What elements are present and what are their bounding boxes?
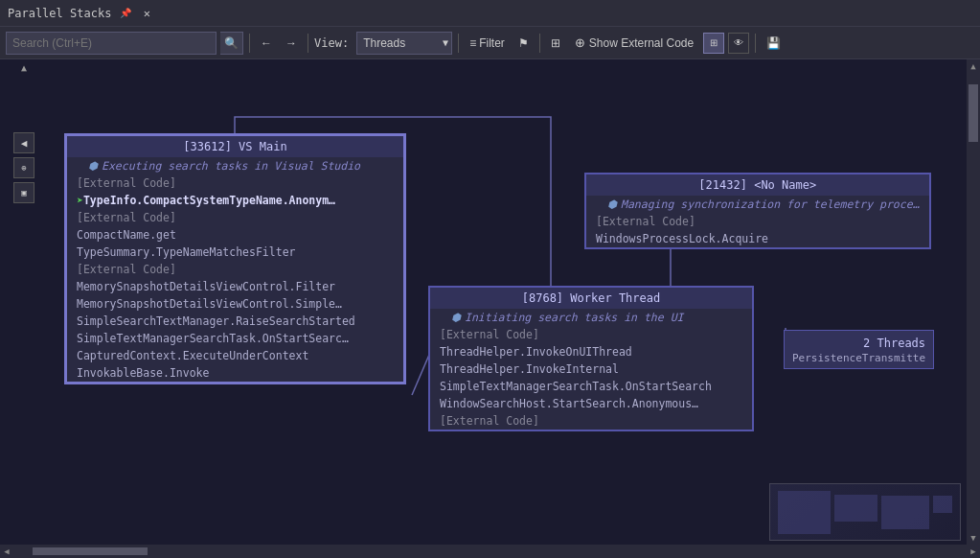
vs-main-row-8[interactable]: MemorySnapshotDetailsViewControl.Simple…: [67, 295, 403, 313]
pan-left-button[interactable]: ◀: [13, 132, 34, 153]
toolbar: 🔍 ← → View: Threads Tasks ▼ ≡ Filter ⚑ ⊞…: [0, 27, 980, 59]
two-threads-sub: PersistenceTransmitte: [792, 352, 925, 364]
scroll-up-arrow[interactable]: ▲: [21, 63, 27, 73]
separator-1: [249, 34, 250, 53]
vs-main-row-text-1: [External Code]: [77, 176, 176, 190]
title-bar-title: Parallel Stacks: [8, 7, 111, 20]
separator-4: [539, 34, 540, 53]
no-name-row-0[interactable]: ⬢ Managing synchronization for telemetry…: [586, 196, 929, 213]
view-dropdown[interactable]: Threads Tasks: [356, 32, 452, 55]
no-name-row-1[interactable]: [External Code]: [586, 213, 929, 230]
vs-main-row-text-3: [External Code]: [77, 211, 176, 224]
worker-row-text-6: [External Code]: [440, 414, 539, 428]
worker-row-2[interactable]: ThreadHelper.InvokeOnUIThread: [430, 343, 752, 360]
worker-title: [8768] Worker Thread: [522, 291, 661, 305]
right-scrollbar[interactable]: ▲ ▼: [967, 59, 980, 545]
title-bar: Parallel Stacks 📌 ✕: [0, 0, 980, 27]
no-name-row-2[interactable]: WindowsProcessLock.Acquire: [586, 230, 929, 247]
arrow-icon-0: ⬢: [88, 159, 98, 173]
worker-row-text-3: ThreadHelper.InvokeInternal: [440, 362, 619, 376]
worker-row-5[interactable]: WindowSearchHost.StartSearch.Anonymous…: [430, 395, 752, 412]
external-icon: ⊕: [575, 35, 585, 50]
no-name-row-text-2: WindowsProcessLock.Acquire: [596, 232, 768, 245]
save-button[interactable]: 💾: [762, 32, 786, 55]
view-dropdown-wrap[interactable]: Threads Tasks ▼: [356, 32, 452, 55]
worker-row-4[interactable]: SimpleTextManagerSearchTask.OnStartSearc…: [430, 378, 752, 395]
vs-main-row-9[interactable]: SimpleSearchTextManager.RaiseSearchStart…: [67, 313, 403, 330]
minimap-block-3: [881, 496, 929, 529]
worker-row-3[interactable]: ThreadHelper.InvokeInternal: [430, 360, 752, 378]
vs-main-row-10[interactable]: SimpleTextManagerSearchTask.OnStartSearc…: [67, 330, 403, 347]
frame-button[interactable]: ▣: [13, 182, 34, 203]
left-panel: ▲ ◀ ⊕ ▣: [0, 59, 48, 545]
minimap: [769, 483, 961, 541]
back-button[interactable]: ←: [256, 32, 277, 55]
zoom-button[interactable]: ⊕: [13, 157, 34, 178]
scroll-thumb[interactable]: [969, 84, 978, 142]
flag-icon: ⚑: [518, 36, 529, 50]
minimap-block-2: [834, 495, 877, 522]
vs-main-row-text-11: CapturedContext.ExecuteUnderContext: [77, 349, 308, 362]
no-name-header: [21432] <No Name>: [586, 174, 929, 196]
green-arrow-icon: ➤: [77, 194, 83, 207]
scroll-right-icon[interactable]: ▶: [967, 545, 980, 558]
layout-icon: ⊞: [551, 36, 560, 50]
main-canvas: ▲ ◀ ⊕ ▣ [33612] VS Main ⬢ Executing sear…: [0, 59, 980, 545]
separator-5: [755, 34, 756, 53]
filter-button[interactable]: ≡ Filter: [465, 32, 510, 55]
scroll-up-icon[interactable]: ▲: [970, 61, 975, 71]
vs-main-node: [33612] VS Main ⬢ Executing search tasks…: [65, 134, 405, 384]
layout-icon-btn[interactable]: ⊞: [546, 32, 565, 55]
vs-main-row-text-8: MemorySnapshotDetailsViewControl.Simple…: [77, 297, 342, 311]
view-icon-2: 👁: [734, 37, 743, 48]
toggle-icon-btn-2[interactable]: 👁: [728, 33, 749, 54]
vs-main-row-2[interactable]: ➤ TypeInfo.CompactSystemTypeName.Anonym…: [67, 192, 403, 209]
vs-main-row-1[interactable]: [External Code]: [67, 174, 403, 192]
flag-button[interactable]: ⚑: [513, 32, 534, 55]
bottom-scrollbar[interactable]: ◀ ▶: [0, 545, 980, 558]
worker-row-0[interactable]: ⬢ Initiating search tasks in the UI: [430, 309, 752, 326]
vs-main-row-5[interactable]: TypeSummary.TypeNameMatchesFilter: [67, 244, 403, 261]
arrow-icon-noname: ⬢: [607, 198, 617, 211]
forward-button[interactable]: →: [281, 32, 302, 55]
worker-row-text-5: WindowSearchHost.StartSearch.Anonymous…: [440, 397, 698, 410]
vs-main-row-7[interactable]: MemorySnapshotDetailsViewControl.Filter: [67, 278, 403, 295]
vs-main-row-3[interactable]: [External Code]: [67, 209, 403, 226]
worker-row-1[interactable]: [External Code]: [430, 326, 752, 343]
vs-main-row-text-4: CompactName.get: [77, 228, 176, 242]
search-input[interactable]: [12, 36, 166, 50]
worker-row-text-0: Initiating search tasks in the UI: [465, 311, 683, 324]
h-scroll-thumb[interactable]: [33, 547, 148, 555]
show-external-button[interactable]: ⊕ Show External Code: [569, 32, 699, 55]
worker-row-text-2: ThreadHelper.InvokeOnUIThread: [440, 345, 632, 359]
scroll-left-icon[interactable]: ◀: [0, 545, 13, 558]
vs-main-row-11[interactable]: CapturedContext.ExecuteUnderContext: [67, 347, 403, 364]
two-threads-label: 2 Threads: [792, 335, 925, 352]
pin-icon[interactable]: 📌: [119, 7, 132, 20]
h-scroll-track[interactable]: [13, 545, 967, 558]
search-button[interactable]: 🔍: [220, 32, 243, 55]
vs-main-row-text-9: SimpleSearchTextManager.RaiseSearchStart…: [77, 314, 355, 328]
vs-main-row-text-5: TypeSummary.TypeNameMatchesFilter: [77, 245, 295, 259]
no-name-row-text-0: Managing synchronization for telemetry p…: [621, 198, 920, 211]
toggle-icon-btn-1[interactable]: ⊞: [703, 33, 724, 54]
vs-main-row-6[interactable]: [External Code]: [67, 261, 403, 278]
vs-main-title: [33612] VS Main: [183, 140, 286, 153]
arrow-icon-worker: ⬢: [451, 311, 461, 324]
vs-main-row-12[interactable]: InvokableBase.Invoke: [67, 364, 403, 382]
save-icon: 💾: [766, 36, 781, 50]
vs-main-row-text-2: TypeInfo.CompactSystemTypeName.Anonym…: [83, 194, 335, 207]
search-box[interactable]: [6, 32, 217, 55]
filter-icon: ≡: [469, 36, 476, 50]
vs-main-row-4[interactable]: CompactName.get: [67, 226, 403, 244]
filter-label: Filter: [479, 36, 505, 50]
scroll-down-icon[interactable]: ▼: [970, 533, 975, 543]
view-label: View:: [314, 36, 349, 50]
worker-row-6[interactable]: [External Code]: [430, 412, 752, 430]
vs-main-row-0[interactable]: ⬢ Executing search tasks in Visual Studi…: [67, 157, 403, 174]
close-icon[interactable]: ✕: [140, 7, 153, 20]
no-name-node: [21432] <No Name> ⬢ Managing synchroniza…: [584, 173, 931, 249]
show-external-label: Show External Code: [589, 36, 694, 50]
minimap-block-4: [933, 496, 952, 513]
left-controls: ◀ ⊕ ▣: [13, 132, 34, 203]
